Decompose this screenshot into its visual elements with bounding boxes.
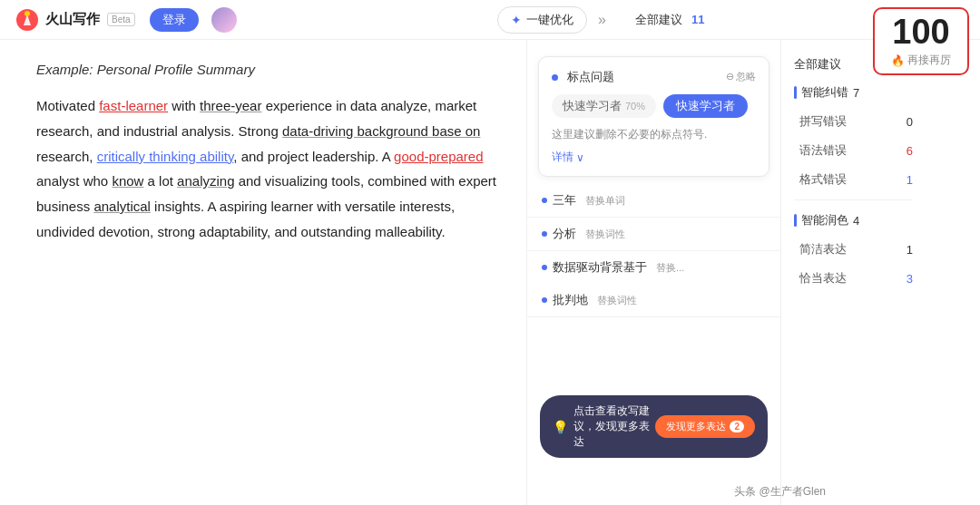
blue-bar-icon: [794, 86, 797, 99]
card-dot-icon: [552, 74, 558, 81]
highlight-fast-learner[interactable]: fast-learner: [99, 98, 168, 113]
stats-item-grammar[interactable]: 语法错误 6: [781, 136, 926, 165]
stats-item-concise[interactable]: 简洁表达 1: [781, 235, 926, 264]
stats-count-grammar: 6: [906, 144, 913, 158]
section2-count: 4: [853, 214, 859, 228]
watermark: 头条 @生产者Glen: [734, 484, 826, 500]
highlight-analytical[interactable]: analytical: [93, 199, 151, 214]
logo-icon: [15, 7, 40, 33]
bulb-icon: 💡: [553, 420, 568, 434]
logo-area: 火山写作 Beta 登录: [15, 7, 237, 33]
main-area: Example: Personal Profile Summary Motiva…: [0, 40, 980, 505]
ignore-button[interactable]: ⊖ 忽略: [726, 70, 756, 83]
card-header: 标点问题 ⊖ 忽略: [552, 68, 756, 85]
suggestion-note: 这里建议删除不必要的标点符号.: [552, 127, 756, 142]
stats-item-spelling[interactable]: 拼写错误 0: [781, 107, 926, 136]
suggestions-count: 11: [691, 13, 704, 26]
score-number: 100: [891, 15, 951, 49]
highlight-critically-thinking[interactable]: critically thinking ability: [97, 149, 234, 164]
section1-label: 智能纠错: [801, 84, 848, 101]
all-suggestions-label: 全部建议: [794, 56, 841, 73]
suggestion-chips: 快速学习者 70% 快速学习者: [552, 94, 756, 118]
section2-title: 智能润色 4: [781, 206, 926, 235]
tooltip-text: 💡 点击查看改写建议，发现更多表达: [553, 403, 655, 450]
suggestions-label: 全部建议: [635, 12, 682, 28]
row-dot-icon-1: [542, 231, 547, 237]
section2-label: 智能润色: [801, 212, 848, 228]
suggestion-card[interactable]: 标点问题 ⊖ 忽略 快速学习者 70% 快速学习者 这里建议删除不必要的标点符号…: [538, 56, 769, 177]
tooltip-message: 点击查看改写建议，发现更多表达: [573, 403, 655, 450]
login-button[interactable]: 登录: [150, 8, 199, 32]
optimize-button[interactable]: ✦ 一键优化: [497, 6, 587, 34]
stats-count-appropriate: 3: [906, 272, 913, 286]
row-tag-2: 替换词性: [597, 294, 637, 307]
card-title-area: 标点问题: [552, 68, 614, 85]
stats-count-concise: 1: [906, 243, 913, 257]
highlight-good-prepared[interactable]: good-prepared: [394, 149, 483, 164]
row-label-bottom: 数据驱动背景基于: [553, 259, 647, 276]
stats-count-format: 1: [906, 173, 913, 187]
chip-score: 70%: [625, 101, 645, 112]
more-button[interactable]: »: [593, 8, 612, 32]
highlight-know[interactable]: know: [112, 173, 143, 189]
row-dot-icon: [542, 198, 547, 203]
detail-label: 详情: [552, 150, 573, 165]
section1-title: 智能纠错 7: [781, 78, 926, 107]
chip-original: 快速学习者 70%: [552, 94, 656, 118]
score-subtitle: 🔥 再接再厉: [891, 53, 951, 68]
spark-icon: ✦: [511, 13, 522, 27]
card-title: 标点问题: [567, 70, 614, 83]
stats-label-spelling: 拼写错误: [799, 113, 847, 130]
score-box: 100 🔥 再接再厉: [873, 7, 969, 75]
editor-panel: Example: Personal Profile Summary Motiva…: [0, 40, 526, 505]
chevron-down-icon: ∨: [576, 151, 584, 164]
stats-label-concise: 简洁表达: [799, 241, 847, 257]
fire-icon: 🔥: [891, 54, 905, 67]
suggestion-row-1[interactable]: 分析 替换词性: [527, 218, 780, 251]
row-label-1: 分析: [553, 226, 576, 242]
stats-item-appropriate[interactable]: 恰当表达 3: [781, 264, 926, 293]
suggestion-row-2[interactable]: 批判地 替换词性: [527, 284, 780, 317]
topbar: 火山写作 Beta 登录 ✦ 一键优化 » 全部建议 11 100 🔥 再接再厉: [0, 0, 980, 40]
row-tag-0: 替换单词: [585, 194, 625, 208]
row-tag-1: 替换词性: [585, 228, 625, 241]
highlight-data-driving[interactable]: data-driving background base on: [282, 123, 480, 139]
row-dot-2: [542, 297, 547, 303]
doc-body[interactable]: Motivated fast-learner with three-year e…: [36, 93, 499, 245]
doc-title: Example: Personal Profile Summary: [36, 62, 499, 77]
stats-divider: [794, 199, 913, 200]
stats-count-spelling: 0: [906, 115, 913, 129]
row-label-2: 批判地: [553, 292, 588, 308]
section1-count: 7: [853, 86, 859, 100]
optimize-label: 一键优化: [526, 12, 573, 28]
beta-badge: Beta: [107, 13, 135, 26]
row-label-0: 三年: [553, 192, 576, 209]
tooltip-banner: 💡 点击查看改写建议，发现更多表达 发现更多表达 2: [540, 395, 768, 458]
highlight-analyzing[interactable]: analyzing: [177, 173, 234, 189]
topbar-center: ✦ 一键优化 » 全部建议 11: [237, 6, 965, 34]
row-dot-bottom: [542, 265, 547, 270]
ignore-icon: ⊖: [726, 71, 734, 83]
score-sub-text: 再接再厉: [907, 53, 951, 68]
suggestion-panel: 标点问题 ⊖ 忽略 快速学习者 70% 快速学习者 这里建议删除不必要的标点符号…: [526, 40, 780, 505]
stats-label-appropriate: 恰当表达: [799, 270, 847, 286]
ignore-label: 忽略: [736, 70, 756, 83]
detail-toggle[interactable]: 详情 ∨: [552, 150, 756, 165]
row-tag-bottom: 替换...: [656, 261, 684, 275]
stats-panel: 全部建议 11 智能纠错 7 拼写错误 0 语法错误 6 格式错误 1 智能润色…: [780, 40, 926, 505]
suggestion-row-bottom[interactable]: 数据驱动背景基于 替换...: [527, 251, 780, 284]
avatar-button[interactable]: [211, 7, 237, 33]
tooltip-action-button[interactable]: 发现更多表达 2: [655, 415, 755, 438]
stats-label-grammar: 语法错误: [799, 142, 847, 159]
blue-bar-icon-2: [794, 214, 797, 227]
logo-text: 火山写作: [45, 11, 100, 28]
svg-point-1: [24, 11, 30, 16]
chip-suggested[interactable]: 快速学习者: [663, 94, 748, 118]
stats-item-format[interactable]: 格式错误 1: [781, 165, 926, 194]
tooltip-badge: 2: [730, 421, 744, 432]
suggestion-row-0[interactable]: 三年 替换单词: [527, 184, 780, 218]
stats-label-format: 格式错误: [799, 171, 847, 188]
chip-original-text: 快速学习者: [563, 98, 622, 114]
highlight-three-year[interactable]: three-year: [200, 98, 261, 113]
tooltip-action-label: 发现更多表达: [666, 420, 726, 433]
